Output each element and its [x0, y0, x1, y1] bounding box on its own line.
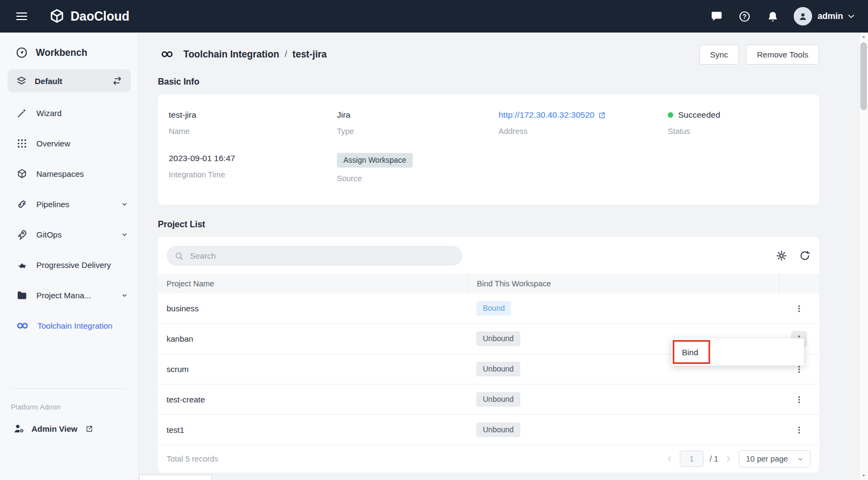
hamburger-icon: [15, 10, 28, 23]
field-address-label: Address: [499, 127, 668, 136]
field-source-label: Source: [337, 174, 499, 183]
sidebar-item-admin-view[interactable]: Admin View: [0, 413, 138, 444]
user-icon: [797, 11, 808, 22]
breadcrumb-root[interactable]: Toolchain Integration: [183, 49, 279, 60]
menu-toggle-button[interactable]: [12, 7, 31, 26]
toolbar-icons: [776, 250, 810, 261]
bind-status-badge: Unbound: [476, 331, 520, 346]
remove-tools-button[interactable]: Remove Tools: [746, 44, 819, 65]
project-name-cell: test-create: [158, 395, 468, 404]
field-address: http://172.30.40.32:30520 Address: [499, 110, 668, 136]
sidebar-item-pipelines[interactable]: Pipelines: [0, 189, 138, 219]
sidebar-item-project-management[interactable]: Project Mana...: [0, 280, 138, 310]
search-input[interactable]: [189, 251, 455, 261]
row-action-menu: Bind: [672, 338, 804, 366]
basic-info-card: test-jira Name Jira Type http://172.30.4…: [158, 94, 819, 204]
sidebar-item-overview[interactable]: Overview: [0, 128, 138, 158]
row-actions-kebab-icon[interactable]: [791, 422, 807, 438]
table-row: business Bound: [158, 293, 819, 324]
bind-status-badge: Unbound: [476, 392, 520, 407]
gear-icon[interactable]: [776, 250, 787, 261]
status-text: Succeeded: [678, 110, 720, 120]
rocket-icon: [16, 229, 28, 240]
sidebar-item-toolchain-integration[interactable]: Toolchain Integration: [0, 310, 138, 341]
sidebar-workbench-header[interactable]: Workbench: [0, 33, 138, 68]
username[interactable]: admin: [818, 11, 843, 21]
external-link-icon: [85, 425, 93, 433]
sidebar-item-gitops[interactable]: GitOps: [0, 219, 138, 249]
vertical-scrollbar: [859, 33, 868, 480]
table-row: test-create Unbound: [158, 385, 819, 415]
user-menu-caret-icon[interactable]: [846, 11, 856, 21]
bird-icon: [16, 259, 28, 271]
default-label: Default: [35, 76, 62, 86]
brand-logo[interactable]: DaoCloud: [49, 8, 130, 24]
toolchain-infinity-icon: [158, 48, 176, 61]
brand-name: DaoCloud: [71, 9, 130, 24]
pipeline-link-icon: [16, 199, 28, 210]
help-icon[interactable]: [731, 10, 759, 23]
address-url: http://172.30.40.32:30520: [499, 110, 595, 120]
total-records: Total 5 records: [167, 455, 218, 463]
refresh-icon[interactable]: [799, 250, 810, 261]
namespace-box-icon: [16, 168, 28, 180]
chevron-down-icon: [120, 200, 129, 208]
sidebar-item-namespaces[interactable]: Namespaces: [0, 158, 138, 189]
switch-workspace-icon[interactable]: [112, 75, 123, 86]
row-actions-kebab-icon[interactable]: [791, 300, 807, 317]
bind-status-badge: Bound: [476, 301, 511, 316]
table-header: Project Name Bind This Workspace: [158, 274, 819, 293]
next-page-icon[interactable]: [724, 455, 733, 463]
sidebar-item-label: GitOps: [36, 230, 62, 239]
breadcrumb: Toolchain Integration / test-jira Sync R…: [158, 43, 819, 65]
sync-button[interactable]: Sync: [699, 44, 739, 65]
sidebar-item-label: Toolchain Integration: [37, 321, 112, 330]
prev-page-icon[interactable]: [665, 455, 674, 463]
project-name-cell: scrum: [158, 364, 468, 374]
scrollbar-thumb[interactable]: [860, 42, 867, 110]
project-list-title: Project List: [158, 220, 819, 229]
sidebar-nav: Wizard Overview Namespaces Pipelines Git…: [0, 98, 138, 341]
messages-icon[interactable]: [703, 10, 731, 22]
page-number-input[interactable]: 1: [680, 451, 704, 467]
sidebar-item-label: Wizard: [36, 108, 62, 118]
column-header-bind-workspace: Bind This Workspace: [468, 274, 778, 293]
address-link[interactable]: http://172.30.40.32:30520: [499, 110, 606, 120]
grid-icon: [16, 138, 28, 149]
notifications-icon[interactable]: [759, 10, 787, 23]
sidebar: Workbench Default Wizard Overview Namesp…: [0, 33, 139, 480]
click-target-annotation: [673, 340, 710, 364]
sidebar-item-wizard[interactable]: Wizard: [0, 98, 138, 128]
infinity-icon: [16, 319, 29, 332]
avatar[interactable]: [794, 7, 812, 25]
pagination: 1 / 1 10 per page: [665, 450, 810, 468]
field-integration-time: 2023-09-01 16:47 Integration Time: [169, 153, 337, 183]
chevron-down-icon: [120, 291, 129, 299]
sidebar-item-label: Progressive Delivery: [36, 260, 111, 270]
daocloud-logo-icon: [49, 8, 65, 24]
integration-time-value: 2023-09-01 16:47: [169, 153, 235, 163]
sidebar-item-default[interactable]: Default: [8, 69, 131, 92]
source-tag: Assign Workspace: [337, 153, 413, 168]
admin-view-label: Admin View: [31, 424, 78, 433]
header-actions: Sync Remove Tools: [699, 44, 819, 65]
field-status-label: Status: [668, 127, 808, 136]
topbar-right: admin: [703, 7, 856, 25]
bind-status-badge: Unbound: [476, 362, 520, 376]
column-header-project-name: Project Name: [158, 274, 468, 293]
search-box: [167, 246, 462, 266]
field-type-value: Jira: [337, 110, 350, 120]
per-page-value: 10 per page: [746, 455, 788, 463]
field-name: test-jira Name: [169, 110, 337, 136]
topbar: DaoCloud admin: [0, 0, 868, 33]
sidebar-item-progressive-delivery[interactable]: Progressive Delivery: [0, 249, 138, 280]
per-page-select[interactable]: 10 per page: [739, 450, 810, 468]
workbench-label: Workbench: [36, 47, 87, 59]
field-type-label: Type: [337, 127, 499, 136]
scroll-down-arrow[interactable]: [859, 471, 868, 480]
row-actions-kebab-icon[interactable]: [791, 392, 807, 408]
sidebar-item-label: Pipelines: [36, 200, 69, 209]
sidebar-item-label: Namespaces: [36, 169, 84, 178]
wand-icon: [16, 107, 28, 119]
scroll-up-arrow[interactable]: [859, 33, 868, 41]
